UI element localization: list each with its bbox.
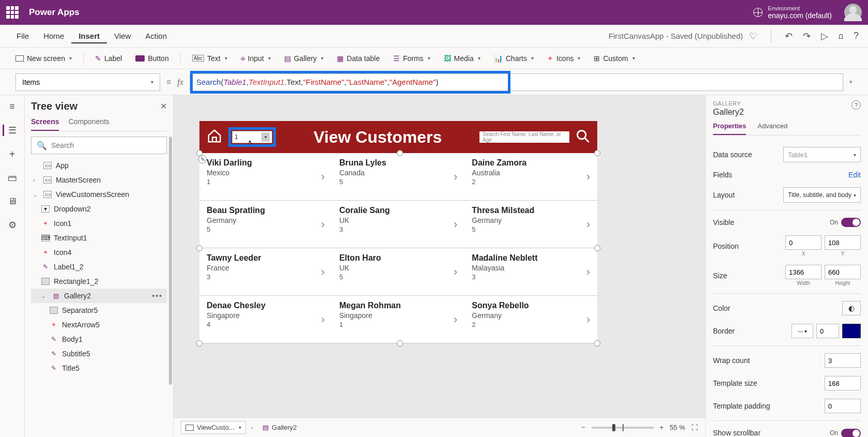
app-screen[interactable]: 1 ▾ ↖ View Customers Search First Name, … — [199, 121, 597, 343]
tree-node-separator5[interactable]: Separator5 — [31, 303, 167, 318]
zoom-slider[interactable] — [592, 427, 654, 429]
tree-node-subtitle5[interactable]: ✎Subtitle5 — [31, 346, 167, 361]
fit-screen-icon[interactable]: ⛶ — [691, 424, 698, 431]
tree-node-app[interactable]: ▭App — [31, 158, 167, 173]
gallery-cell[interactable]: Thresa MilsteadGermany5› — [464, 201, 597, 248]
hamburger-icon[interactable]: ≡ — [9, 101, 15, 112]
search-icon[interactable] — [576, 129, 590, 145]
tab-advanced[interactable]: Advanced — [757, 122, 787, 135]
ribbon-gallery[interactable]: ▤Gallery▾ — [279, 52, 329, 65]
more-icon[interactable]: ••• — [152, 292, 163, 300]
prop-layout-select[interactable]: Title, subtitle, and body▾ — [783, 187, 861, 203]
chevron-right-icon[interactable]: › — [454, 265, 457, 279]
chevron-right-icon[interactable]: › — [454, 313, 457, 326]
tree-view-icon[interactable]: ☰ — [3, 125, 17, 136]
environment-selector[interactable]: Environment enayu.com (default) — [753, 5, 832, 20]
insert-icon[interactable]: + — [9, 148, 16, 160]
gallery-cell[interactable]: Tawny LeederFrance3› — [199, 248, 332, 295]
ribbon-input[interactable]: ⎆Input▾ — [236, 52, 276, 65]
gallery-cell[interactable]: Viki DarlingMexico1› — [199, 153, 332, 200]
selection-handle[interactable] — [397, 340, 403, 346]
home-icon[interactable] — [207, 128, 222, 146]
ribbon-label[interactable]: ✎Label — [90, 52, 127, 65]
chevron-right-icon[interactable]: › — [321, 313, 324, 326]
tree-node-icon4[interactable]: ✦Icon4 — [31, 245, 167, 260]
app-checker-icon[interactable]: ♡ — [749, 31, 757, 42]
chevron-right-icon[interactable]: › — [454, 170, 457, 184]
prop-border-style[interactable]: — ▾ — [792, 324, 813, 338]
undo-icon[interactable]: ↶ — [785, 31, 793, 42]
ribbon-custom[interactable]: ⊞Custom▾ — [588, 52, 640, 65]
chevron-right-icon[interactable]: › — [586, 218, 590, 231]
prop-datasource-select[interactable]: Table1▾ — [783, 147, 861, 162]
zoom-in-icon[interactable]: + — [660, 424, 664, 431]
gallery-cell[interactable]: Elton HaroUK5› — [332, 248, 465, 295]
tab-properties[interactable]: Properties — [713, 122, 746, 135]
tree-node-viewcustomers[interactable]: ⌄▭ViewCustomersScreen — [31, 187, 167, 202]
prop-fields-edit[interactable]: Edit — [848, 171, 861, 179]
tree-node-rectangle1-2[interactable]: Rectangle1_2 — [31, 274, 167, 289]
prop-color-picker[interactable]: ◐ — [842, 301, 861, 315]
tree-node-label1-2[interactable]: ✎Label1_2 — [31, 260, 167, 274]
close-icon[interactable]: ✕ — [160, 101, 167, 111]
chevron-right-icon[interactable]: › — [454, 218, 457, 231]
prop-size-width[interactable] — [785, 265, 822, 279]
prop-visible-toggle[interactable] — [841, 218, 861, 227]
ribbon-media[interactable]: 🖼Media▾ — [439, 52, 486, 65]
tree-node-icon1[interactable]: ✦Icon1 — [31, 216, 167, 231]
chevron-right-icon[interactable]: › — [321, 265, 324, 279]
zoom-out-icon[interactable]: − — [581, 424, 585, 431]
ribbon-forms[interactable]: ☰Forms▾ — [388, 52, 436, 65]
ribbon-charts[interactable]: 📊Charts▾ — [489, 52, 539, 65]
ribbon-button[interactable]: Button — [130, 52, 174, 65]
chevron-right-icon[interactable]: › — [321, 170, 324, 184]
menu-view[interactable]: View — [107, 28, 138, 43]
breadcrumb-gallery[interactable]: ▤Gallery2 — [258, 421, 301, 433]
ribbon-datatable[interactable]: ▦Data table — [332, 52, 385, 65]
breadcrumb-screen[interactable]: ViewCusto...▾ — [181, 421, 246, 434]
tree-node-gallery2[interactable]: ⌄▤Gallery2••• — [31, 289, 167, 303]
gallery-cell[interactable]: Megan RohmanSingapore1› — [332, 296, 465, 343]
tab-screens[interactable]: Screens — [31, 117, 59, 131]
prop-templatesize-input[interactable] — [825, 376, 861, 390]
tab-components[interactable]: Components — [68, 117, 109, 131]
edit-indicator-icon[interactable]: ✎ — [198, 155, 207, 163]
gallery-cell[interactable]: Madaline NeblettMalayasia3› — [464, 248, 597, 295]
gallery-cell[interactable]: Sonya RebelloGermany2› — [464, 296, 597, 343]
prop-position-y[interactable] — [825, 235, 861, 250]
property-selector[interactable]: Items▾ — [16, 73, 160, 91]
ribbon-icons[interactable]: ✦Icons▾ — [542, 52, 585, 65]
play-icon[interactable]: ▷ — [821, 31, 828, 42]
tree-node-title5[interactable]: ✎Title5 — [31, 361, 167, 375]
gallery2-control[interactable]: Viki DarlingMexico1›Bruna LylesCanada5›D… — [199, 153, 597, 343]
tree-node-textinput1[interactable]: ⌨TextInput1 — [31, 231, 167, 245]
redo-icon[interactable]: ↷ — [803, 31, 811, 42]
selection-handle[interactable] — [594, 150, 600, 156]
gallery-cell[interactable]: Coralie SangUK3› — [332, 201, 465, 248]
tree-node-dropdown2[interactable]: ▾Dropdown2 — [31, 202, 167, 216]
ribbon-text[interactable]: AbcText▾ — [187, 52, 233, 65]
ribbon-newscreen[interactable]: New screen▾ — [10, 52, 77, 65]
menu-action[interactable]: Action — [138, 28, 174, 43]
gallery-cell[interactable]: Beau SpratlingGermany5› — [199, 201, 332, 248]
prop-templatepadding-input[interactable] — [825, 399, 861, 413]
scrollbar-thumb[interactable] — [169, 137, 172, 385]
prop-position-x[interactable] — [785, 235, 822, 250]
prop-showscrollbar-toggle[interactable] — [841, 429, 861, 437]
data-icon[interactable]: 🗃 — [8, 173, 17, 184]
menu-file[interactable]: File — [9, 28, 36, 43]
avatar[interactable] — [844, 4, 862, 21]
chevron-right-icon[interactable]: › — [586, 170, 590, 184]
settings-rail-icon[interactable]: ⚙ — [8, 219, 17, 231]
prop-size-height[interactable] — [825, 265, 861, 279]
chevron-right-icon[interactable]: › — [586, 265, 590, 279]
fx-icon[interactable]: fx — [177, 78, 183, 87]
menu-home[interactable]: Home — [36, 28, 71, 43]
prop-wrapcount-input[interactable] — [825, 353, 861, 368]
menu-insert[interactable]: Insert — [71, 28, 107, 43]
gallery-cell[interactable]: Bruna LylesCanada5› — [332, 153, 465, 200]
selection-handle[interactable] — [196, 340, 203, 346]
tree-node-body1[interactable]: ✎Body1 — [31, 332, 167, 346]
chevron-right-icon[interactable]: › — [586, 313, 590, 326]
screen-search-input[interactable]: Search First Name, Last Name, or Age — [479, 131, 569, 143]
